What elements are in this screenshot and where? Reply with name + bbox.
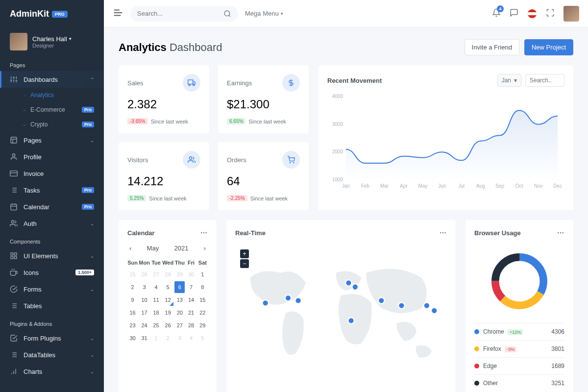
cal-day[interactable]: 27	[151, 269, 161, 280]
sidebar-item-tables[interactable]: Tables	[0, 297, 104, 314]
sidebar-item-form-plugins[interactable]: Form Plugins ⌄	[0, 330, 104, 346]
sidebar-item-dashboards[interactable]: Dashboards ⌃	[0, 71, 104, 88]
cal-day[interactable]: 22	[197, 307, 208, 318]
sidebar-item-auth[interactable]: Auth ⌄	[0, 215, 104, 232]
zoom-in-button[interactable]: +	[240, 249, 249, 258]
invite-friend-button[interactable]: Invite a Friend	[465, 39, 519, 55]
cal-day[interactable]: 3	[174, 332, 185, 344]
zoom-out-button[interactable]: −	[240, 259, 249, 268]
more-button[interactable]: ⋯	[440, 229, 447, 237]
cal-day[interactable]: 29	[197, 319, 208, 331]
sidebar-item-calendar[interactable]: Calendar Pro	[0, 198, 104, 215]
sidebar-item-profile[interactable]: Profile	[0, 148, 104, 165]
cal-prev-button[interactable]: ‹	[129, 245, 131, 252]
new-project-button[interactable]: New Project	[524, 39, 573, 55]
cal-day[interactable]: 2	[127, 281, 138, 293]
chevron-down-icon: ▾	[281, 11, 283, 16]
cal-day[interactable]: 1	[197, 269, 208, 280]
cal-day[interactable]: 13	[174, 294, 185, 306]
more-button[interactable]: ⋯	[557, 229, 564, 237]
cal-next-button[interactable]: ›	[204, 245, 206, 252]
svg-point-56	[193, 84, 195, 86]
sidebar-item-label: Forms	[24, 286, 42, 293]
svg-rect-9	[11, 137, 17, 143]
hamburger-button[interactable]	[113, 7, 123, 20]
sidebar-subitem-analytics[interactable]: →Analytics	[0, 88, 104, 102]
sidebar-item-charts[interactable]: Charts ⌄	[0, 363, 104, 380]
stat-value: $21.300	[227, 98, 300, 111]
cal-day[interactable]: 29	[174, 269, 185, 280]
brand[interactable]: AdminKit PRO	[0, 0, 104, 28]
language-button[interactable]	[527, 9, 537, 19]
cal-day[interactable]: 12	[162, 294, 173, 306]
donut-chart	[488, 249, 551, 313]
cal-day[interactable]: 1	[151, 332, 161, 344]
cal-day[interactable]: 20	[174, 307, 185, 318]
cal-day[interactable]: 30	[127, 332, 138, 344]
cal-day[interactable]: 19	[162, 307, 173, 318]
cal-day[interactable]: 5	[197, 332, 208, 344]
fullscreen-button[interactable]	[546, 8, 555, 19]
cal-day[interactable]: 18	[151, 307, 161, 318]
sidebar-item-tasks[interactable]: Tasks Pro	[0, 182, 104, 198]
sidebar-item-forms[interactable]: Forms ⌄	[0, 281, 104, 297]
sidebar-subitem-crypto[interactable]: →CryptoPro	[0, 117, 104, 132]
cal-day[interactable]: 11	[151, 294, 161, 306]
cal-day[interactable]: 25	[151, 319, 161, 331]
cal-day[interactable]: 2	[162, 332, 173, 344]
cal-day[interactable]: 27	[174, 319, 185, 331]
cal-day[interactable]: 17	[139, 307, 150, 318]
cal-day[interactable]: 28	[162, 269, 173, 280]
cal-day[interactable]: 16	[127, 307, 138, 318]
cal-dow: Thu	[174, 258, 185, 268]
cal-day[interactable]: 9	[127, 294, 138, 306]
cal-day[interactable]: 26	[162, 319, 173, 331]
cal-year: 2021	[174, 245, 188, 252]
cal-day[interactable]: 10	[139, 294, 150, 306]
cal-day[interactable]: 28	[186, 319, 196, 331]
cal-day[interactable]: 4	[151, 281, 161, 293]
sidebar-item-icons[interactable]: Icons 1.500+	[0, 264, 104, 281]
bar-chart-icon	[10, 368, 18, 375]
cal-day[interactable]: 5	[162, 281, 173, 293]
svg-text:Aug: Aug	[476, 183, 485, 189]
cal-day[interactable]: 26	[139, 269, 150, 280]
messages-button[interactable]	[510, 8, 518, 19]
cal-day[interactable]: 4	[186, 332, 196, 344]
sidebar-item-pages[interactable]: Pages ⌄	[0, 132, 104, 148]
sidebar-item-datatables[interactable]: DataTables ⌄	[0, 346, 104, 363]
cal-day[interactable]: 23	[127, 319, 138, 331]
cal-day[interactable]: 24	[139, 319, 150, 331]
sidebar-item-invoice[interactable]: Invoice	[0, 165, 104, 182]
visitors-icon	[183, 151, 200, 169]
notifications-button[interactable]: 4	[492, 8, 501, 19]
cal-day[interactable]: 8	[197, 281, 208, 293]
search-input[interactable]	[137, 10, 223, 17]
period-select[interactable]: Jan▾	[497, 74, 521, 87]
cal-day[interactable]: 25	[127, 269, 138, 280]
cal-day[interactable]: 15	[197, 294, 208, 306]
chart-search-input[interactable]	[525, 74, 564, 87]
stat-delta: 5.25%	[127, 195, 146, 201]
chevron-down-icon: ⌄	[90, 352, 94, 358]
cal-day[interactable]: 21	[186, 307, 196, 318]
cal-day[interactable]: 31	[139, 332, 150, 344]
browser-value: 1689	[551, 363, 564, 369]
cal-day[interactable]: 14	[186, 294, 196, 306]
mega-menu[interactable]: Mega Menu ▾	[245, 10, 283, 17]
svg-point-58	[189, 157, 192, 159]
cal-day[interactable]: 7	[186, 281, 196, 293]
sidebar-item-ui-elements[interactable]: UI Elements ⌄	[0, 247, 104, 264]
svg-text:Jun: Jun	[438, 183, 446, 189]
search-box[interactable]	[130, 6, 238, 22]
user-block[interactable]: Charles Hall▾ Designer	[0, 28, 104, 55]
sales-icon	[183, 74, 200, 92]
world-map[interactable]	[235, 245, 447, 382]
chevron-down-icon: ▾	[514, 77, 517, 84]
cal-day[interactable]: 6	[174, 281, 185, 293]
sidebar-subitem-e-commerce[interactable]: →E-CommercePro	[0, 102, 104, 117]
cal-day[interactable]: 30	[186, 269, 196, 280]
more-button[interactable]: ⋯	[200, 229, 208, 237]
cal-day[interactable]: 3	[139, 281, 150, 293]
profile-avatar[interactable]	[564, 6, 579, 22]
